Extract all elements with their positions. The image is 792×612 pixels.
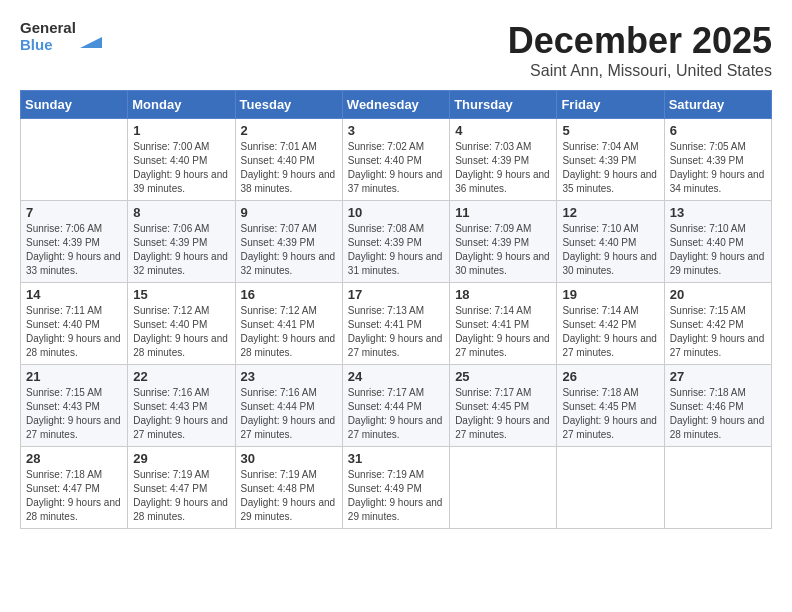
daylight-text: Daylight: 9 hours and 34 minutes. <box>670 168 766 196</box>
sunrise-text: Sunrise: 7:12 AM <box>241 304 337 318</box>
calendar-week-row: 14 Sunrise: 7:11 AM Sunset: 4:40 PM Dayl… <box>21 283 772 365</box>
day-number: 27 <box>670 369 766 384</box>
page-header: General Blue December 2025 Saint Ann, Mi… <box>20 20 772 80</box>
sunset-text: Sunset: 4:49 PM <box>348 482 444 496</box>
calendar-day-cell: 3 Sunrise: 7:02 AM Sunset: 4:40 PM Dayli… <box>342 119 449 201</box>
sunset-text: Sunset: 4:40 PM <box>670 236 766 250</box>
sunset-text: Sunset: 4:39 PM <box>133 236 229 250</box>
daylight-text: Daylight: 9 hours and 31 minutes. <box>348 250 444 278</box>
calendar-day-cell <box>450 447 557 529</box>
sunset-text: Sunset: 4:40 PM <box>26 318 122 332</box>
day-info: Sunrise: 7:15 AM Sunset: 4:43 PM Dayligh… <box>26 386 122 442</box>
daylight-text: Daylight: 9 hours and 28 minutes. <box>133 496 229 524</box>
location-title: Saint Ann, Missouri, United States <box>508 62 772 80</box>
daylight-text: Daylight: 9 hours and 32 minutes. <box>133 250 229 278</box>
sunrise-text: Sunrise: 7:03 AM <box>455 140 551 154</box>
day-info: Sunrise: 7:01 AM Sunset: 4:40 PM Dayligh… <box>241 140 337 196</box>
day-info: Sunrise: 7:16 AM Sunset: 4:44 PM Dayligh… <box>241 386 337 442</box>
day-number: 19 <box>562 287 658 302</box>
daylight-text: Daylight: 9 hours and 27 minutes. <box>455 332 551 360</box>
day-info: Sunrise: 7:10 AM Sunset: 4:40 PM Dayligh… <box>562 222 658 278</box>
sunrise-text: Sunrise: 7:18 AM <box>670 386 766 400</box>
calendar-day-cell <box>664 447 771 529</box>
month-title: December 2025 <box>508 20 772 62</box>
day-number: 4 <box>455 123 551 138</box>
day-info: Sunrise: 7:00 AM Sunset: 4:40 PM Dayligh… <box>133 140 229 196</box>
day-number: 17 <box>348 287 444 302</box>
day-info: Sunrise: 7:19 AM Sunset: 4:49 PM Dayligh… <box>348 468 444 524</box>
daylight-text: Daylight: 9 hours and 28 minutes. <box>670 414 766 442</box>
calendar-day-cell: 25 Sunrise: 7:17 AM Sunset: 4:45 PM Dayl… <box>450 365 557 447</box>
calendar-week-row: 1 Sunrise: 7:00 AM Sunset: 4:40 PM Dayli… <box>21 119 772 201</box>
day-number: 30 <box>241 451 337 466</box>
daylight-text: Daylight: 9 hours and 27 minutes. <box>348 332 444 360</box>
sunrise-text: Sunrise: 7:19 AM <box>241 468 337 482</box>
day-number: 21 <box>26 369 122 384</box>
calendar-day-cell: 7 Sunrise: 7:06 AM Sunset: 4:39 PM Dayli… <box>21 201 128 283</box>
sunset-text: Sunset: 4:40 PM <box>133 318 229 332</box>
sunrise-text: Sunrise: 7:15 AM <box>26 386 122 400</box>
day-info: Sunrise: 7:18 AM Sunset: 4:45 PM Dayligh… <box>562 386 658 442</box>
calendar-day-cell: 19 Sunrise: 7:14 AM Sunset: 4:42 PM Dayl… <box>557 283 664 365</box>
day-info: Sunrise: 7:10 AM Sunset: 4:40 PM Dayligh… <box>670 222 766 278</box>
sunrise-text: Sunrise: 7:05 AM <box>670 140 766 154</box>
sunrise-text: Sunrise: 7:00 AM <box>133 140 229 154</box>
calendar-day-cell: 14 Sunrise: 7:11 AM Sunset: 4:40 PM Dayl… <box>21 283 128 365</box>
day-info: Sunrise: 7:02 AM Sunset: 4:40 PM Dayligh… <box>348 140 444 196</box>
daylight-text: Daylight: 9 hours and 32 minutes. <box>241 250 337 278</box>
sunrise-text: Sunrise: 7:14 AM <box>562 304 658 318</box>
sunrise-text: Sunrise: 7:18 AM <box>26 468 122 482</box>
day-number: 18 <box>455 287 551 302</box>
day-info: Sunrise: 7:17 AM Sunset: 4:44 PM Dayligh… <box>348 386 444 442</box>
logo-triangle-icon <box>80 26 102 48</box>
sunrise-text: Sunrise: 7:01 AM <box>241 140 337 154</box>
day-info: Sunrise: 7:18 AM Sunset: 4:47 PM Dayligh… <box>26 468 122 524</box>
day-info: Sunrise: 7:05 AM Sunset: 4:39 PM Dayligh… <box>670 140 766 196</box>
day-number: 5 <box>562 123 658 138</box>
logo-line2: Blue <box>20 37 76 54</box>
daylight-text: Daylight: 9 hours and 27 minutes. <box>455 414 551 442</box>
sunset-text: Sunset: 4:39 PM <box>455 236 551 250</box>
sunrise-text: Sunrise: 7:19 AM <box>348 468 444 482</box>
day-info: Sunrise: 7:13 AM Sunset: 4:41 PM Dayligh… <box>348 304 444 360</box>
day-number: 28 <box>26 451 122 466</box>
day-of-week-header: Friday <box>557 91 664 119</box>
calendar-day-cell: 26 Sunrise: 7:18 AM Sunset: 4:45 PM Dayl… <box>557 365 664 447</box>
daylight-text: Daylight: 9 hours and 29 minutes. <box>241 496 337 524</box>
day-number: 15 <box>133 287 229 302</box>
sunrise-text: Sunrise: 7:02 AM <box>348 140 444 154</box>
daylight-text: Daylight: 9 hours and 30 minutes. <box>455 250 551 278</box>
daylight-text: Daylight: 9 hours and 27 minutes. <box>670 332 766 360</box>
day-info: Sunrise: 7:11 AM Sunset: 4:40 PM Dayligh… <box>26 304 122 360</box>
day-number: 12 <box>562 205 658 220</box>
sunrise-text: Sunrise: 7:13 AM <box>348 304 444 318</box>
sunrise-text: Sunrise: 7:16 AM <box>241 386 337 400</box>
calendar-day-cell: 31 Sunrise: 7:19 AM Sunset: 4:49 PM Dayl… <box>342 447 449 529</box>
daylight-text: Daylight: 9 hours and 36 minutes. <box>455 168 551 196</box>
sunset-text: Sunset: 4:40 PM <box>133 154 229 168</box>
calendar-day-cell: 8 Sunrise: 7:06 AM Sunset: 4:39 PM Dayli… <box>128 201 235 283</box>
calendar-day-cell: 21 Sunrise: 7:15 AM Sunset: 4:43 PM Dayl… <box>21 365 128 447</box>
calendar-day-cell <box>557 447 664 529</box>
day-number: 14 <box>26 287 122 302</box>
sunset-text: Sunset: 4:39 PM <box>562 154 658 168</box>
sunrise-text: Sunrise: 7:08 AM <box>348 222 444 236</box>
calendar-week-row: 21 Sunrise: 7:15 AM Sunset: 4:43 PM Dayl… <box>21 365 772 447</box>
day-number: 3 <box>348 123 444 138</box>
day-of-week-header: Tuesday <box>235 91 342 119</box>
day-number: 10 <box>348 205 444 220</box>
daylight-text: Daylight: 9 hours and 27 minutes. <box>241 414 337 442</box>
day-number: 11 <box>455 205 551 220</box>
sunrise-text: Sunrise: 7:16 AM <box>133 386 229 400</box>
calendar-day-cell: 30 Sunrise: 7:19 AM Sunset: 4:48 PM Dayl… <box>235 447 342 529</box>
day-info: Sunrise: 7:06 AM Sunset: 4:39 PM Dayligh… <box>26 222 122 278</box>
daylight-text: Daylight: 9 hours and 27 minutes. <box>562 414 658 442</box>
day-number: 26 <box>562 369 658 384</box>
day-info: Sunrise: 7:19 AM Sunset: 4:48 PM Dayligh… <box>241 468 337 524</box>
calendar-day-cell: 13 Sunrise: 7:10 AM Sunset: 4:40 PM Dayl… <box>664 201 771 283</box>
calendar-day-cell: 29 Sunrise: 7:19 AM Sunset: 4:47 PM Dayl… <box>128 447 235 529</box>
sunset-text: Sunset: 4:39 PM <box>241 236 337 250</box>
day-of-week-header: Wednesday <box>342 91 449 119</box>
day-number: 9 <box>241 205 337 220</box>
day-info: Sunrise: 7:18 AM Sunset: 4:46 PM Dayligh… <box>670 386 766 442</box>
